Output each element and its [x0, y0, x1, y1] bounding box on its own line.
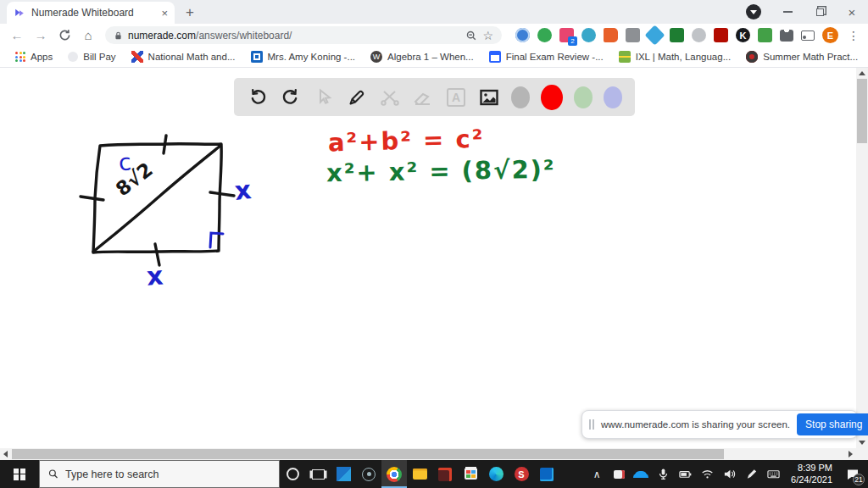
scroll-left-icon[interactable]: [3, 451, 8, 458]
task-view-button[interactable]: [305, 460, 331, 488]
profile-avatar[interactable]: E: [822, 27, 838, 43]
windows-taskbar: S ∧ 8:39 PM 6/24/2021 21: [0, 460, 868, 488]
extension-acrobat-icon[interactable]: [714, 28, 728, 42]
clock-date: 6/24/2021: [791, 474, 832, 486]
new-tab-button[interactable]: +: [180, 3, 200, 23]
edge-icon: [489, 467, 504, 481]
browser-tab[interactable]: Numerade Whiteboard ×: [7, 2, 175, 24]
extension-anchor-icon[interactable]: [692, 28, 706, 42]
extension-screencast-icon[interactable]: [670, 28, 684, 42]
national-math-favicon-icon: [131, 51, 143, 63]
bookmark-algebra1[interactable]: W Algebra 1 – When...: [365, 48, 479, 65]
taskbar-search[interactable]: [39, 460, 280, 488]
ms-store-button[interactable]: [458, 460, 483, 488]
media-controls-icon[interactable]: [746, 4, 761, 19]
scroll-down-icon[interactable]: [859, 441, 865, 445]
forward-button[interactable]: →: [31, 25, 51, 46]
ixl-favicon-icon: [619, 51, 631, 63]
scroll-right-icon[interactable]: [849, 451, 853, 458]
red-app-button[interactable]: [432, 460, 458, 488]
extension-kami-icon[interactable]: K: [736, 28, 750, 42]
extension-classroom-icon[interactable]: [758, 28, 772, 42]
tray-camera-app-icon[interactable]: [609, 460, 628, 488]
chrome-menu-icon[interactable]: ⋮: [846, 29, 861, 42]
whiteboard-canvas[interactable]: A c 8√2 x x a²+b² = c² x²+ x² = (8√2)²: [0, 68, 868, 460]
browser-toolbar: ← → ⌂ numerade.com/answers/whiteboard/ ☆…: [0, 24, 868, 47]
notification-count-badge: 21: [853, 474, 865, 485]
vertical-scrollbar[interactable]: [856, 68, 868, 448]
tab-close-icon[interactable]: ×: [161, 7, 168, 19]
apps-label: Apps: [31, 52, 53, 62]
windows-ink-icon[interactable]: [742, 460, 760, 488]
bookmark-summer-math[interactable]: Summer Math Pract...: [741, 48, 863, 65]
bookmark-final-exam[interactable]: Final Exam Review -...: [484, 48, 609, 65]
restore-button[interactable]: [804, 0, 836, 24]
microphone-icon[interactable]: [654, 460, 672, 488]
apps-grid-icon: [15, 52, 25, 62]
bill-pay-favicon-icon: [68, 52, 78, 62]
stop-sharing-button[interactable]: Stop sharing: [797, 413, 868, 435]
action-center-button[interactable]: 21: [841, 460, 865, 488]
extension-cloud-icon[interactable]: [581, 28, 596, 42]
cortana-button[interactable]: [280, 460, 305, 488]
drag-handle-icon[interactable]: [589, 419, 594, 430]
chrome-app-button[interactable]: [381, 460, 407, 488]
numerade-favicon-icon: [14, 7, 25, 19]
right-angle-mark: [210, 233, 223, 247]
taskbar-clock[interactable]: 8:39 PM 6/24/2021: [786, 463, 837, 486]
mail-app-button[interactable]: [331, 460, 356, 488]
extension-loom-icon[interactable]: [515, 28, 530, 42]
bookmark-ixl[interactable]: IXL | Math, Languag...: [614, 48, 737, 65]
tab-strip: Numerade Whiteboard × + ×: [0, 0, 868, 24]
final-exam-favicon-icon: [489, 51, 501, 63]
wifi-icon[interactable]: [698, 460, 716, 488]
recorder-icon: [362, 468, 376, 481]
bookmark-label: Final Exam Review -...: [506, 52, 604, 62]
bookmark-amy-koning[interactable]: Mrs. Amy Koning -...: [246, 48, 361, 65]
file-explorer-button[interactable]: [407, 460, 432, 488]
back-button[interactable]: ←: [7, 25, 27, 46]
bookmark-star-icon[interactable]: ☆: [482, 29, 493, 42]
extension-notebook-icon[interactable]: [604, 28, 618, 42]
volume-icon[interactable]: [720, 460, 738, 488]
extension-adblock-icon[interactable]: [537, 28, 552, 42]
cast-icon[interactable]: [801, 30, 815, 41]
extension-badge-count: 2: [568, 36, 577, 46]
close-window-button[interactable]: ×: [836, 0, 868, 24]
home-button[interactable]: ⌂: [78, 25, 98, 46]
start-button[interactable]: [0, 460, 39, 488]
edge-app-button[interactable]: [483, 460, 509, 488]
tray-chevron-up-icon[interactable]: ∧: [587, 460, 606, 488]
system-tray: ∧ 8:39 PM 6/24/2021 21: [587, 460, 868, 488]
apps-shortcut[interactable]: Apps: [10, 48, 58, 65]
onedrive-cloud-icon[interactable]: [632, 460, 650, 488]
horizontal-scroll-thumb[interactable]: [12, 449, 724, 459]
touch-keyboard-icon[interactable]: [764, 460, 782, 488]
battery-icon[interactable]: [676, 460, 694, 488]
extension-diamond-icon[interactable]: [644, 25, 665, 45]
vertical-scroll-thumb[interactable]: [857, 79, 867, 143]
bookmark-label: IXL | Math, Languag...: [636, 52, 732, 62]
search-input[interactable]: [65, 469, 270, 480]
extensions-row: 2 K E ⋮: [515, 27, 861, 43]
bookmark-national-math[interactable]: National Math and...: [126, 48, 241, 65]
s-app-icon: S: [515, 467, 529, 481]
address-bar[interactable]: numerade.com/answers/whiteboard/ ☆: [105, 26, 502, 44]
lock-icon: [114, 30, 123, 41]
zoom-icon[interactable]: [465, 30, 477, 42]
search-icon: [48, 469, 58, 480]
s-app-button[interactable]: S: [509, 460, 534, 488]
extension-badge-icon[interactable]: 2: [559, 28, 574, 42]
recorder-app-button[interactable]: [356, 460, 381, 488]
extension-camera-icon[interactable]: [626, 28, 640, 42]
folder-icon: [413, 469, 427, 480]
reload-button[interactable]: [54, 25, 75, 46]
extensions-puzzle-icon[interactable]: [780, 30, 793, 42]
minimize-button[interactable]: [771, 0, 804, 24]
scroll-up-icon[interactable]: [859, 71, 865, 75]
outlook-app-button[interactable]: [534, 460, 559, 488]
diagonal-line: [93, 146, 220, 252]
label-side-x-right: x: [233, 177, 252, 204]
bookmark-bill-pay[interactable]: Bill Pay: [63, 48, 120, 65]
horizontal-scrollbar[interactable]: [0, 448, 856, 460]
